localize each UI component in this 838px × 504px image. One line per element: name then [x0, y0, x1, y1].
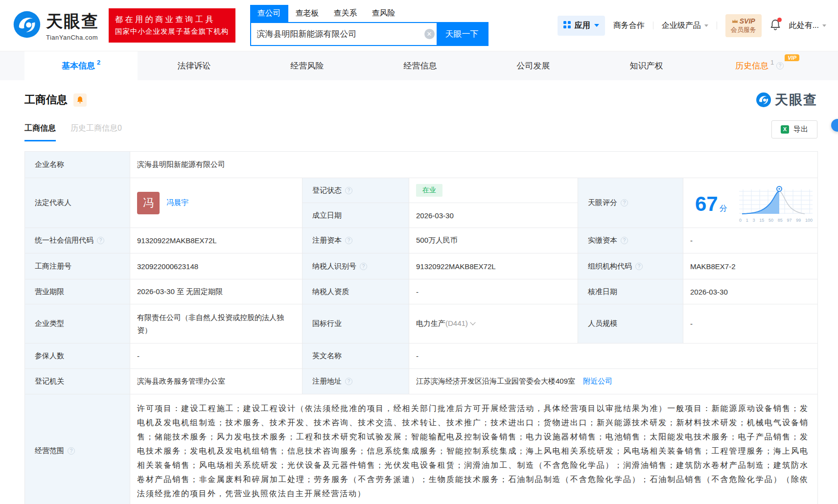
subtab-business-info[interactable]: 工商信息 — [24, 123, 56, 141]
apps-grid-icon — [563, 21, 571, 30]
company-type-value: 有限责任公司（非自然人投资或控股的法人独资） — [130, 304, 303, 344]
brand-name: 天眼查 — [46, 10, 99, 33]
taxpayer-id-value: 91320922MAKB8EX72L — [409, 253, 578, 279]
search-input[interactable] — [251, 29, 424, 39]
company-type-label: 企业类型 — [25, 304, 130, 344]
promo-banner: 都在用的商业查询工具 国家中小企业发展子基金旗下机构 — [109, 8, 235, 42]
establish-date-value: 2026-03-30 — [409, 203, 578, 228]
tab-operating-info[interactable]: 经营信息 — [364, 51, 477, 80]
tab-intellectual-property[interactable]: 知识产权 — [590, 51, 703, 80]
search-tab-company[interactable]: 查公司 — [250, 5, 288, 22]
help-icon[interactable]: ? — [360, 263, 367, 270]
business-info-table: 企业名称 滨海县明阳新能源有限公司 法定代表人 冯 冯晨宇 登记状态 ? 在业 — [24, 151, 818, 504]
clear-search-icon[interactable]: ✕ — [424, 29, 435, 39]
apps-menu[interactable]: 应用 — [558, 16, 605, 36]
svip-member-button[interactable]: SVIP 会员服务 — [725, 14, 762, 37]
score-value: 67分 — [695, 194, 727, 214]
industry-code: (D441) — [445, 319, 468, 327]
credit-code-label: 统一社会信用代码 ? — [25, 228, 130, 253]
establish-date-label: 成立日期 — [303, 203, 409, 228]
english-name-label: 英文名称 — [303, 344, 409, 369]
paid-capital-value: - — [683, 228, 818, 253]
subtab-history-business-info[interactable]: 历史工商信息0 — [70, 123, 122, 141]
help-icon[interactable]: ? — [776, 62, 784, 69]
taxpayer-quality-label: 纳税人资质 — [303, 279, 409, 304]
company-name-label: 企业名称 — [25, 152, 130, 178]
reg-status-label: 登记状态 ? — [303, 178, 409, 203]
divider — [717, 22, 717, 29]
tab-basic-info[interactable]: 基本信息 2 — [24, 51, 138, 80]
search-tab-risk[interactable]: 查风险 — [365, 5, 403, 22]
tab-operating-risk[interactable]: 经营风险 — [251, 51, 364, 80]
chevron-down-icon[interactable] — [470, 320, 475, 325]
legal-rep-cell: 冯 冯晨宇 — [130, 178, 303, 228]
help-icon[interactable]: ? — [68, 447, 75, 455]
tab-history-info[interactable]: VIP 历史信息 1 ? — [703, 51, 816, 80]
business-term-label: 营业期限 — [25, 279, 130, 304]
help-icon[interactable]: ? — [621, 237, 628, 244]
help-icon[interactable]: ? — [345, 378, 352, 385]
help-icon[interactable]: ? — [345, 237, 352, 244]
tab-development-label: 公司发展 — [517, 60, 550, 71]
help-icon[interactable]: ? — [97, 237, 104, 244]
tab-company-development[interactable]: 公司发展 — [477, 51, 590, 80]
notification-dot — [777, 18, 782, 22]
svip-label: SVIP — [740, 17, 755, 25]
tab-basic-count: 2 — [97, 59, 100, 66]
tab-basic-label: 基本信息 — [62, 60, 95, 71]
nav-account-label: 此处有... — [789, 21, 819, 31]
tianyancha-logo[interactable]: 天眼查 TianYanCha.com — [13, 10, 99, 41]
tab-history-label: 历史信息 — [735, 60, 768, 71]
legal-rep-name-link[interactable]: 冯晨宇 — [166, 198, 188, 207]
notifications-bell-icon[interactable] — [770, 19, 781, 32]
export-label: 导出 — [793, 125, 808, 134]
nav-enterprise-label: 企业级产品 — [662, 21, 701, 31]
score-distribution-chart: 01 315 5085 9799 100 — [739, 185, 813, 223]
tianyancha-logo-icon — [13, 10, 41, 41]
paid-capital-label: 实缴资本 ? — [578, 228, 683, 253]
watermark-logo: 天眼查 — [756, 91, 817, 109]
subscribe-bell-icon[interactable] — [73, 93, 87, 107]
nav-account-menu[interactable]: 此处有... — [789, 21, 826, 31]
excel-icon: X — [781, 125, 789, 134]
chevron-down-icon — [594, 24, 599, 27]
company-name-value: 滨海县明阳新能源有限公司 — [130, 152, 818, 178]
nav-cooperation[interactable]: 商务合作 — [613, 21, 645, 31]
reg-capital-label: 注册资本 ? — [303, 228, 409, 253]
vip-badge: VIP — [785, 54, 799, 61]
watermark-logo-icon — [756, 92, 771, 108]
top-nav: 应用 商务合作 企业级产品 SVIP 会员服务 — [558, 14, 826, 37]
search-tab-relation[interactable]: 查关系 — [326, 5, 365, 22]
search-button[interactable]: 天眼一下 — [437, 23, 488, 45]
reg-authority-value: 滨海县政务服务管理办公室 — [130, 369, 303, 394]
tab-legal[interactable]: 法律诉讼 — [138, 51, 251, 80]
nav-enterprise-products[interactable]: 企业级产品 — [662, 21, 708, 31]
reg-number-label: 工商注册号 — [25, 253, 130, 279]
reg-authority-label: 登记机关 — [25, 369, 130, 394]
org-code-value: MAKB8EX7-2 — [683, 253, 818, 279]
reg-address-value: 江苏滨海经济开发区沿海工业园管委会大楼409室 — [416, 377, 575, 385]
org-code-label: 组织机构代码 ? — [578, 253, 683, 279]
apps-label: 应用 — [575, 21, 590, 31]
nearby-companies-link[interactable]: 附近公司 — [583, 377, 612, 385]
svip-sublabel: 会员服务 — [731, 25, 756, 34]
legal-rep-avatar[interactable]: 冯 — [137, 192, 160, 214]
status-badge: 在业 — [416, 184, 442, 197]
help-icon[interactable]: ? — [345, 187, 352, 194]
chevron-down-icon — [704, 24, 708, 27]
score-label: 天眼评分 ? — [578, 178, 683, 228]
search-tab-boss[interactable]: 查老板 — [288, 5, 326, 22]
taxpayer-id-label: 纳税人识别号 ? — [303, 253, 409, 279]
staff-size-value: - — [683, 304, 818, 344]
help-icon[interactable]: ? — [621, 199, 628, 206]
company-tabbar: 基本信息 2 法律诉讼 经营风险 经营信息 公司发展 知识产权 VIP 历史信息… — [0, 51, 838, 80]
help-icon[interactable]: ? — [635, 263, 643, 270]
section-title: 工商信息 — [24, 92, 68, 107]
reg-capital-value: 500万人民币 — [409, 228, 578, 253]
insured-count-label: 参保人数 — [25, 344, 130, 369]
tab-history-count: 1 — [770, 59, 774, 66]
tab-ip-label: 知识产权 — [630, 60, 663, 71]
brand-domain: TianYanCha.com — [46, 34, 99, 41]
industry-value: 电力生产(D441) — [409, 304, 578, 344]
export-button[interactable]: X 导出 — [771, 120, 817, 138]
